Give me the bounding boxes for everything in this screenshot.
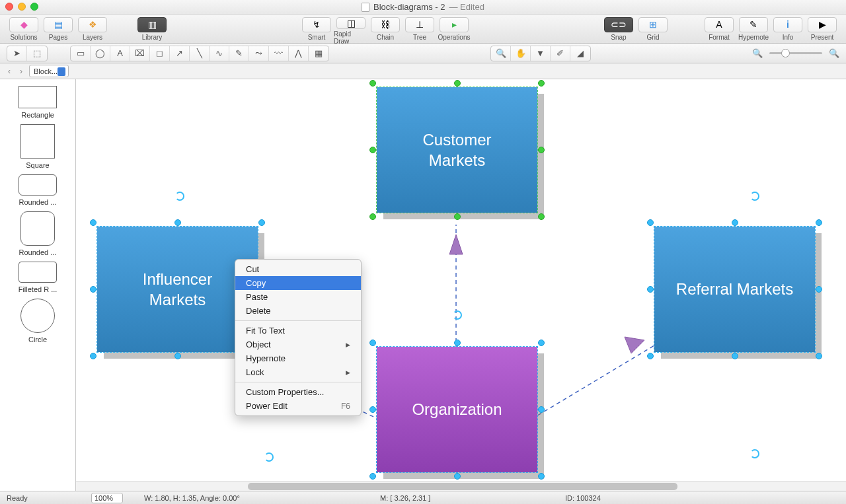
maximize-button[interactable] (30, 3, 38, 11)
marquee-tool[interactable]: ⬚ (27, 46, 47, 61)
arrow-tool[interactable]: ↗ (170, 46, 190, 61)
status-id: ID: 100324 (565, 494, 601, 502)
status-ready: Ready (7, 494, 28, 502)
chain-button[interactable]: ⛓Chain (368, 16, 403, 42)
rect-tool[interactable]: ▭ (71, 46, 91, 61)
eyedropper-tool[interactable]: ✐ (551, 46, 570, 61)
nav-forward-button[interactable]: › (16, 65, 26, 77)
page-selector[interactable]: Block... (29, 65, 69, 77)
snap-button[interactable]: ⊂⊃Snap (601, 16, 636, 42)
rotation-handle-icon[interactable] (453, 310, 462, 320)
rotation-handle-icon[interactable] (175, 192, 184, 201)
window-controls (5, 3, 38, 11)
solutions-button[interactable]: ◆Solutions (7, 16, 41, 42)
tool-strip: ➤ ⬚ ▭ ◯ A ⌧ ◻ ↗ ╲ ∿ ✎ ⤳ 〰 ⋀ ▦ 🔍 ✋ ▼ ✐ ◢ … (0, 44, 846, 63)
context-menu-power-edit[interactable]: Power EditF6 (235, 399, 361, 413)
main-toolbar: ◆Solutions ▤Pages ❖Layers ▥Library ↯Smar… (0, 15, 846, 44)
status-dimensions: W: 1.80, H: 1.35, Angle: 0.00° (144, 494, 240, 502)
grid-button[interactable]: ⊞Grid (636, 16, 670, 42)
context-menu-hypernote[interactable]: Hypernote (235, 351, 361, 365)
context-menu-lock[interactable]: Lock (235, 365, 361, 379)
context-menu-object[interactable]: Object (235, 338, 361, 351)
context-menu-copy[interactable]: Copy (235, 276, 361, 290)
status-mouse: M: [ 3.26, 2.31 ] (380, 494, 430, 502)
close-button[interactable] (5, 3, 13, 11)
shape-square[interactable]: Square (0, 124, 75, 169)
node-label: InfluencerMarkets (143, 269, 212, 310)
svg-marker-4 (625, 337, 644, 353)
context-menu-cut[interactable]: Cut (235, 262, 361, 276)
table-tool[interactable]: ▦ (309, 46, 328, 61)
context-menu-delete[interactable]: Delete (235, 304, 361, 318)
node-customer-markets[interactable]: CustomerMarkets (377, 87, 537, 213)
polyline-tool[interactable]: ⋀ (289, 46, 309, 61)
shapes-sidebar: Rectangle Square Rounded ... Rounded ...… (0, 79, 76, 491)
zoom-slider[interactable]: 🔍 🔍 (752, 48, 839, 58)
connector-tool[interactable]: ⤳ (249, 46, 269, 61)
nav-back-button[interactable]: ‹ (4, 65, 15, 77)
svg-line-3 (525, 343, 658, 423)
callout-tool[interactable]: ◻ (150, 46, 170, 61)
zoom-select[interactable]: 100% (91, 494, 123, 502)
line-tool[interactable]: ╲ (190, 46, 210, 61)
horizontal-scrollbar[interactable] (76, 481, 846, 491)
title-filename: Block-diagrams - 2 (373, 2, 445, 12)
text-tool[interactable]: A (110, 46, 130, 61)
stamp-tool[interactable]: ▼ (531, 46, 551, 61)
rotation-handle-icon[interactable] (750, 192, 759, 201)
title-edited: — Edited (449, 2, 484, 12)
zoom-tool[interactable]: 🔍 (491, 46, 511, 61)
context-menu: CutCopyPasteDeleteFit To TextObjectHyper… (235, 259, 362, 416)
rotation-handle-icon[interactable] (750, 449, 759, 458)
svg-marker-1 (449, 234, 463, 254)
page-breadcrumb: ‹ › Block... (0, 63, 846, 79)
node-label: Referral Markets (676, 279, 793, 299)
node-label: CustomerMarkets (422, 129, 491, 170)
zoom-out-icon[interactable]: 🔍 (752, 48, 763, 58)
node-organization[interactable]: Organization (377, 347, 537, 472)
library-button[interactable]: ▥Library (135, 16, 169, 42)
context-menu-paste[interactable]: Paste (235, 290, 361, 304)
pointer-tool[interactable]: ➤ (7, 46, 27, 61)
spline-tool[interactable]: 〰 (269, 46, 289, 61)
operations-button[interactable]: ▸Operations (437, 16, 471, 42)
rapid-draw-button[interactable]: ◫Rapid Draw (334, 16, 368, 42)
status-bar: Ready 100% W: 1.80, H: 1.35, Angle: 0.00… (0, 491, 846, 504)
info-button[interactable]: iInfo (771, 16, 805, 42)
eraser-tool[interactable]: ◢ (570, 46, 590, 61)
node-influencer-markets[interactable]: InfluencerMarkets (97, 227, 258, 352)
shape-rectangle[interactable]: Rectangle (0, 86, 75, 119)
document-icon (362, 3, 369, 12)
node-referral-markets[interactable]: Referral Markets (654, 227, 815, 352)
tree-button[interactable]: ⊥Tree (403, 16, 437, 42)
rotation-handle-icon[interactable] (264, 452, 274, 462)
shape-filleted-rect[interactable]: Filleted R ... (0, 262, 75, 293)
textbox-tool[interactable]: ⌧ (130, 46, 150, 61)
curve-tool[interactable]: ∿ (210, 46, 229, 61)
pages-button[interactable]: ▤Pages (41, 16, 75, 42)
shape-rounded-rect[interactable]: Rounded ... (0, 174, 75, 206)
shape-rounded-square[interactable]: Rounded ... (0, 211, 75, 256)
hypernote-button[interactable]: ✎Hypernote (736, 16, 771, 42)
document-title: Block-diagrams - 2 — Edited (362, 2, 484, 12)
context-menu-custom-properties-[interactable]: Custom Properties... (235, 385, 361, 399)
brush-tool[interactable]: ✎ (229, 46, 249, 61)
node-label: Organization (412, 399, 502, 419)
zoom-in-icon[interactable]: 🔍 (829, 48, 839, 58)
shape-circle[interactable]: Circle (0, 299, 75, 343)
context-menu-fit-to-text[interactable]: Fit To Text (235, 324, 361, 338)
canvas[interactable]: CustomerMarkets InfluencerMarkets Referr… (76, 79, 846, 491)
ellipse-tool[interactable]: ◯ (91, 46, 110, 61)
smart-button[interactable]: ↯Smart (299, 16, 334, 42)
format-button[interactable]: AFormat (702, 16, 736, 42)
minimize-button[interactable] (18, 3, 26, 11)
layers-button[interactable]: ❖Layers (75, 16, 110, 42)
present-button[interactable]: ▶Present (805, 16, 839, 42)
window-titlebar: Block-diagrams - 2 — Edited (0, 0, 846, 15)
pan-tool[interactable]: ✋ (511, 46, 531, 61)
